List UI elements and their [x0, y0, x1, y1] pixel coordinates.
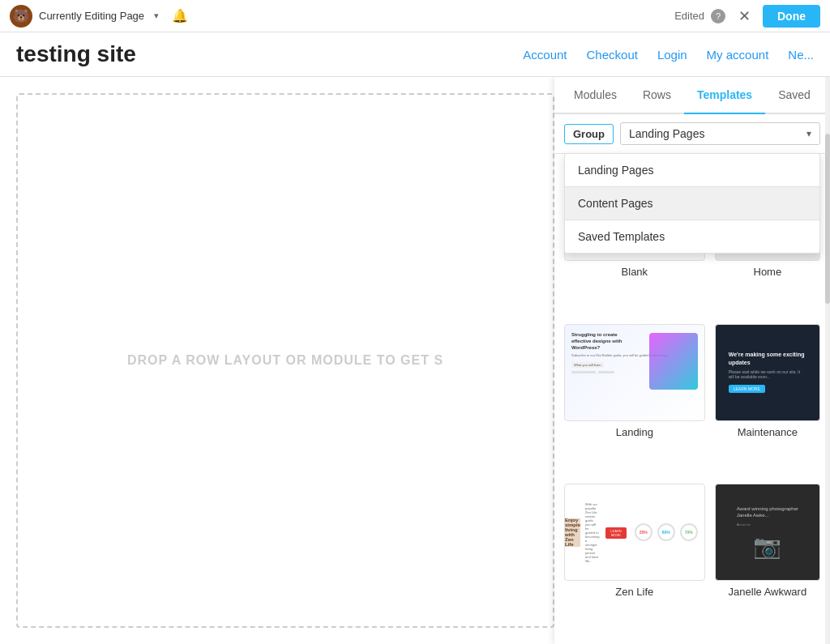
- dropdown-menu: Landing Pages Content Pages Saved Templa…: [564, 153, 820, 254]
- panel: Modules Rows Templates Saved Group Landi…: [554, 77, 830, 644]
- done-button[interactable]: Done: [763, 5, 820, 28]
- nav-myaccount[interactable]: My account: [707, 48, 769, 62]
- close-button[interactable]: ✕: [732, 4, 756, 28]
- help-icon[interactable]: ?: [711, 9, 725, 23]
- bear-icon: 🐻: [10, 5, 32, 28]
- tab-saved[interactable]: Saved: [765, 77, 824, 114]
- nav-login[interactable]: Login: [657, 48, 687, 62]
- template-thumb-janelle: Award winning photographerJanelle Awke..…: [715, 484, 820, 581]
- template-maintenance[interactable]: We're making some exciting updates Pleas…: [715, 324, 820, 475]
- editing-label: Currently Editing Page: [39, 10, 144, 22]
- panel-tabs: Modules Rows Templates Saved: [554, 77, 830, 114]
- template-name-maintenance: Maintenance: [715, 426, 820, 438]
- nav-more[interactable]: Ne...: [788, 48, 814, 62]
- group-dropdown-text: Landing Pages: [629, 127, 704, 140]
- chevron-icon: ▾: [806, 128, 811, 139]
- top-bar-right: Edited ? ✕ Done: [674, 4, 820, 28]
- drop-zone: DROP A ROW LAYOUT OR MODULE TO GET S: [16, 93, 554, 628]
- nav-account[interactable]: Account: [523, 48, 567, 62]
- template-name-zenlife: Zen Life: [564, 586, 705, 598]
- template-zenlife[interactable]: Enjoy simple living with Zen Life With o…: [564, 484, 705, 634]
- dropdown-item-content-pages[interactable]: Content Pages: [565, 187, 819, 220]
- group-dropdown[interactable]: Landing Pages ▾: [620, 122, 820, 145]
- tab-modules[interactable]: Modules: [561, 77, 630, 114]
- tab-rows[interactable]: Rows: [630, 77, 684, 114]
- group-selector: Group Landing Pages ▾ Landing Pages Cont…: [554, 114, 830, 154]
- template-thumb-maintenance: We're making some exciting updates Pleas…: [715, 324, 820, 421]
- site-nav: testing site Account Checkout Login My a…: [0, 32, 830, 77]
- tab-templates[interactable]: Templates: [684, 77, 765, 114]
- group-label: Group: [564, 124, 614, 144]
- template-thumb-zenlife: Enjoy simple living with Zen Life With o…: [564, 484, 705, 581]
- top-bar-left: 🐻 Currently Editing Page ▾ 🔔: [10, 5, 188, 28]
- drop-text: DROP A ROW LAYOUT OR MODULE TO GET S: [127, 353, 443, 368]
- canvas-area: DROP A ROW LAYOUT OR MODULE TO GET S Mod…: [0, 77, 830, 644]
- scrollbar-track[interactable]: [825, 77, 830, 644]
- dropdown-item-saved-templates[interactable]: Saved Templates: [565, 220, 819, 253]
- template-name-home: Home: [715, 266, 820, 278]
- template-janelle[interactable]: Award winning photographerJanelle Awke..…: [715, 484, 820, 634]
- template-name-landing: Landing: [564, 426, 705, 438]
- template-name-blank: Blank: [564, 266, 705, 278]
- nav-links: Account Checkout Login My account Ne...: [523, 48, 814, 62]
- top-bar: 🐻 Currently Editing Page ▾ 🔔 Edited ? ✕ …: [0, 0, 830, 32]
- bell-icon[interactable]: 🔔: [172, 8, 188, 23]
- template-thumb-landing: Struggling to createeffective designs wi…: [564, 324, 705, 421]
- site-title: testing site: [16, 41, 523, 67]
- edited-text: Edited: [674, 10, 704, 22]
- dropdown-item-landing-pages[interactable]: Landing Pages: [565, 154, 819, 186]
- template-name-janelle: Janelle Awkward: [715, 586, 820, 598]
- scrollbar-thumb: [825, 134, 830, 304]
- chevron-down-icon[interactable]: ▾: [154, 11, 159, 21]
- nav-checkout[interactable]: Checkout: [587, 48, 638, 62]
- template-landing[interactable]: Struggling to createeffective designs wi…: [564, 324, 705, 475]
